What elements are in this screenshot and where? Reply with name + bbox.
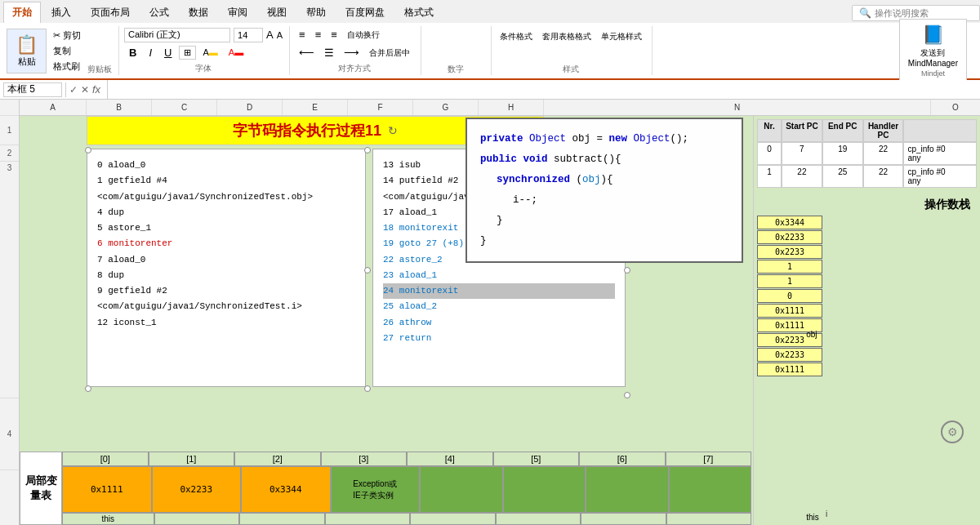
bc-l-7: 8 dup <box>97 268 355 283</box>
exc-td-1-start: 22 <box>782 165 822 188</box>
font-size-input[interactable] <box>234 28 263 42</box>
corner-bl <box>85 385 91 392</box>
mindmanager-button[interactable]: 📘 发送到 MindManager Mindjet <box>899 19 967 83</box>
table-style-button[interactable]: 套用表格格式 <box>539 29 595 44</box>
cell-style-button[interactable]: 单元格样式 <box>598 29 645 44</box>
stack-labels-col: i <box>826 216 827 522</box>
copy-button[interactable]: 复制 <box>50 44 84 58</box>
operand-stacks: 0x3344 0x2233 0x2233 1 1 0 0x1111 0x1111… <box>757 216 977 522</box>
bc-r-8: 24 monitorexit <box>383 283 615 299</box>
tab-formula[interactable]: 公式 <box>140 2 178 23</box>
italic-button[interactable]: I <box>144 45 157 60</box>
app-container: 开始 插入 页面布局 公式 数据 审阅 视图 帮助 百度网盘 格式式 🔍 📋 <box>0 0 980 525</box>
tab-baidu[interactable]: 百度网盘 <box>336 2 394 23</box>
corner-tl <box>85 147 91 153</box>
align-middle-button[interactable]: ≡ <box>311 27 326 42</box>
tab-review[interactable]: 审阅 <box>219 2 256 23</box>
bc-l-0: 0 aload_0 <box>97 158 355 173</box>
settings-icon-area[interactable]: ⚙ <box>941 420 964 443</box>
stack-label-this: this <box>806 513 819 522</box>
local-var-table: [0] [1] [2] [3] [4] [5] [6] [7] 0x1111 <box>62 452 751 525</box>
clipboard-label: 剪贴板 <box>87 64 112 75</box>
lv-l0: this <box>62 513 154 525</box>
row-num-3: 3 <box>0 162 19 398</box>
align-right-button[interactable]: ⟶ <box>340 45 363 60</box>
lv-v5 <box>503 466 586 513</box>
tab-insert[interactable]: 插入 <box>42 2 80 23</box>
lv-v0: 0x1111 <box>62 466 152 513</box>
row-num-4: 4 <box>0 398 19 470</box>
alignment-label: 对齐方式 <box>295 63 414 74</box>
code-line-6: } <box>480 231 728 251</box>
exc-td-0-handler: 22 <box>863 142 904 165</box>
corner-br <box>624 392 630 398</box>
lv-l5 <box>496 513 581 525</box>
exc-th-handler: Handler PC <box>863 119 904 142</box>
code-line-1: private Object obj = new Object(); <box>480 129 728 149</box>
bytecode-left-panel: 0 aload_0 1 getfield #4 <com/atguigu/jav… <box>87 149 366 387</box>
tab-layout[interactable]: 页面布局 <box>82 2 139 23</box>
tab-home[interactable]: 开始 <box>3 2 41 23</box>
exc-td-1-nr: 1 <box>757 165 782 188</box>
body-area: 1 2 3 4 A B C D E F G H N O <box>0 100 980 525</box>
exc-th-catch <box>903 119 977 142</box>
font-name-input[interactable] <box>124 28 230 42</box>
local-var-section: 局部变量表 [0] [1] [2] [3] [4] [5] [6] [7] <box>20 452 751 525</box>
lv-l1 <box>154 513 240 525</box>
column-headers: A B C D E F G H N O <box>20 100 980 116</box>
underline-button[interactable]: U <box>159 45 176 60</box>
font-shrink-button[interactable]: A <box>277 30 283 40</box>
bc-l-1: 1 getfield #4 <box>97 173 355 189</box>
refresh-icon[interactable]: ↻ <box>388 124 398 137</box>
border-button[interactable]: ⊞ <box>179 46 196 60</box>
ribbon-search-input[interactable] <box>875 8 973 18</box>
col-G: G <box>413 100 479 115</box>
code-line-4: i--; <box>480 190 728 211</box>
auto-wrap-button[interactable]: 自动换行 <box>343 27 384 42</box>
gear-icon: ⚙ <box>947 425 958 438</box>
paste-button[interactable]: 📋 粘贴 <box>7 29 47 73</box>
clipboard-group: 📋 粘贴 ✂ 剪切 复制 格式刷 剪贴板 <box>7 26 119 75</box>
local-var-label: 局部变量表 <box>20 452 62 525</box>
col-A: A <box>20 100 87 115</box>
tab-data[interactable]: 数据 <box>180 2 217 23</box>
col-O: O <box>931 100 980 115</box>
lv-h4: [4] <box>407 452 493 466</box>
align-top-button[interactable]: ≡ <box>295 27 310 42</box>
lv-header: [0] [1] [2] [3] [4] [5] [6] [7] <box>62 452 751 466</box>
row-num-2: 2 <box>0 145 19 162</box>
bc-r-9: 25 aload_2 <box>383 299 615 314</box>
font-grow-button[interactable]: A <box>266 29 274 41</box>
exc-header-row: Nr. Start PC End PC Handler PC <box>757 119 977 142</box>
bc-r-10: 26 athrow <box>383 315 615 331</box>
lv-v2: 0x3344 <box>241 466 331 513</box>
fill-color-button[interactable]: A▬ <box>198 46 221 59</box>
title-text: 字节码指令执行过程11 <box>233 121 381 140</box>
tab-help[interactable]: 帮助 <box>297 2 335 23</box>
align-center-button[interactable]: ☰ <box>320 45 338 60</box>
fx-label: fx <box>92 83 100 96</box>
tab-format[interactable]: 格式式 <box>395 2 443 23</box>
tab-view[interactable]: 视图 <box>258 2 296 23</box>
name-box[interactable] <box>3 82 62 97</box>
exc-th-nr: Nr. <box>757 119 782 142</box>
merge-button[interactable]: 合并后居中 <box>365 45 414 60</box>
align-bottom-button[interactable]: ≡ <box>327 27 341 42</box>
cut-button[interactable]: ✂ 剪切 <box>50 29 84 42</box>
number-group: 数字 <box>426 26 492 75</box>
corner-tr <box>364 147 371 153</box>
conditional-format-button[interactable]: 条件格式 <box>497 29 536 44</box>
font-color-button[interactable]: A▬ <box>225 46 247 59</box>
lv-h0: [0] <box>62 452 149 466</box>
crossmark-icon: ✕ <box>81 84 89 96</box>
bold-button[interactable]: B <box>124 45 141 60</box>
exc-td-1-handler: 22 <box>863 165 904 188</box>
bc-l-4: 5 astore_1 <box>97 220 355 236</box>
row-num-1: 1 <box>0 116 19 145</box>
align-left-button[interactable]: ⟵ <box>295 45 318 60</box>
formula-bar: ✓ ✕ fx <box>0 80 980 100</box>
bc-l-9: <com/atguigu/java1/SynchronizedTest.i> <box>97 299 355 314</box>
col-C: C <box>152 100 217 115</box>
bc-l-2: <com/atguigu/java1/SynchronizedTest.obj> <box>97 189 355 205</box>
format-painter-button[interactable]: 格式刷 <box>50 60 84 73</box>
